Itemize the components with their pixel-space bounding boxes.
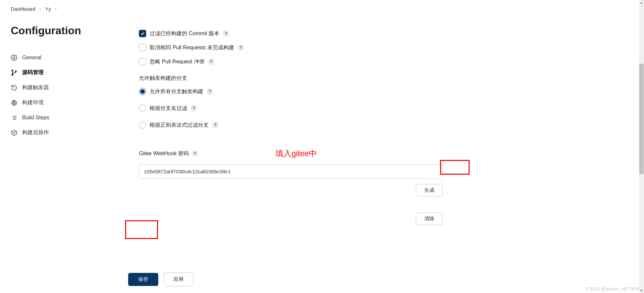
history-icon: [11, 84, 17, 91]
package-icon: [11, 129, 17, 136]
radio-label: 根据分支名过滤: [150, 105, 187, 112]
scrollbar-arrow-up-icon[interactable]: ▲: [639, 0, 644, 5]
sidebar-item-post-build[interactable]: 构建后操作: [11, 125, 124, 140]
sidebar: Configuration General 源码管理 构建触发器: [0, 14, 124, 225]
checkbox-label: 取消相同 Pull Requests 未完成构建: [150, 44, 234, 51]
checkbox-label: 过滤已经构建的 Commit 版本: [150, 30, 219, 37]
svg-point-1: [12, 70, 13, 71]
help-icon[interactable]: ?: [192, 150, 198, 157]
footer-bar: 保存 应用: [0, 269, 639, 293]
branch-trigger-title: 允许触发构建的分支: [139, 75, 443, 82]
breadcrumb: Dashboard › Yy ›: [0, 0, 639, 14]
help-icon[interactable]: ?: [191, 105, 197, 112]
sidebar-item-label: 构建触发器: [22, 84, 49, 91]
radio-allow-all[interactable]: [139, 88, 146, 95]
help-icon[interactable]: ?: [237, 44, 244, 51]
help-icon[interactable]: ?: [212, 122, 219, 128]
webhook-label-row: Gitee WebHook 密码 ? 填入gitee中: [139, 148, 443, 159]
apply-button[interactable]: 应用: [164, 273, 193, 286]
checkbox-filter-built-commit[interactable]: [139, 30, 146, 37]
sidebar-item-label: General: [22, 55, 41, 61]
list-icon: [11, 114, 17, 121]
sidebar-item-label: 构建后操作: [22, 129, 49, 136]
radio-filter-by-regex-row: 根据正则表达式过滤分支 ?: [139, 121, 443, 129]
webhook-password-input[interactable]: [139, 164, 443, 179]
svg-point-2: [12, 74, 13, 75]
generate-button[interactable]: 生成: [416, 184, 443, 196]
scrollbar-thumb[interactable]: [639, 64, 644, 174]
scrollbar-vertical[interactable]: ▲ ▼: [639, 0, 644, 293]
checkbox-filter-built-commit-row: 过滤已经构建的 Commit 版本 ?: [139, 30, 443, 37]
checkbox-cancel-same-pr-row: 取消相同 Pull Requests 未完成构建 ?: [139, 44, 443, 51]
radio-filter-by-regex[interactable]: [139, 121, 146, 129]
radio-label: 根据正则表达式过滤分支: [150, 122, 209, 129]
webhook-label: Gitee WebHook 密码: [139, 150, 189, 157]
breadcrumb-link-dashboard[interactable]: Dashboard: [11, 6, 35, 12]
sidebar-item-general[interactable]: General: [11, 50, 124, 65]
sidebar-item-build-env[interactable]: 构建环境: [11, 95, 124, 110]
chevron-right-icon: ›: [55, 6, 57, 12]
sidebar-item-build-steps[interactable]: Build Steps: [11, 110, 124, 125]
git-branch-icon: [11, 69, 17, 76]
checkbox-label: 忽略 Pull Request 冲突: [150, 58, 205, 65]
radio-label: 允许所有分支触发构建: [150, 88, 203, 95]
sidebar-item-scm[interactable]: 源码管理: [11, 65, 124, 80]
breadcrumb-link-yy[interactable]: Yy: [45, 6, 51, 12]
sidebar-item-label: Build Steps: [22, 115, 49, 121]
radio-allow-all-row: 允许所有分支触发构建 ?: [139, 88, 443, 95]
radio-filter-by-name[interactable]: [139, 105, 146, 112]
generate-row: 生成: [139, 184, 443, 196]
sidebar-item-build-triggers[interactable]: 构建触发器: [11, 80, 124, 95]
checkbox-ignore-pr-conflict[interactable]: [139, 58, 146, 65]
radio-filter-by-name-row: 根据分支名过滤 ?: [139, 105, 443, 112]
help-icon[interactable]: ?: [223, 30, 229, 37]
checkbox-ignore-pr-conflict-row: 忽略 Pull Request 冲突 ?: [139, 58, 443, 65]
clear-row: 清除: [139, 213, 443, 225]
help-icon[interactable]: ?: [207, 88, 213, 95]
scrollbar-arrow-down-icon[interactable]: ▼: [639, 288, 644, 293]
sidebar-item-label: 源码管理: [22, 69, 44, 76]
content-area: 过滤已经构建的 Commit 版本 ? 取消相同 Pull Requests 未…: [124, 14, 480, 225]
sidebar-item-label: 构建环境: [22, 99, 44, 106]
page-title: Configuration: [11, 24, 124, 37]
checkbox-cancel-same-pr[interactable]: [139, 44, 146, 51]
svg-point-3: [15, 71, 16, 72]
help-icon[interactable]: ?: [208, 58, 215, 65]
clear-button[interactable]: 清除: [416, 213, 443, 225]
annotation-text: 填入gitee中: [275, 148, 317, 159]
svg-point-0: [13, 57, 15, 59]
save-button[interactable]: 保存: [128, 273, 158, 286]
gear-icon: [11, 54, 17, 61]
globe-icon: [11, 100, 17, 106]
chevron-right-icon: ›: [39, 6, 41, 12]
